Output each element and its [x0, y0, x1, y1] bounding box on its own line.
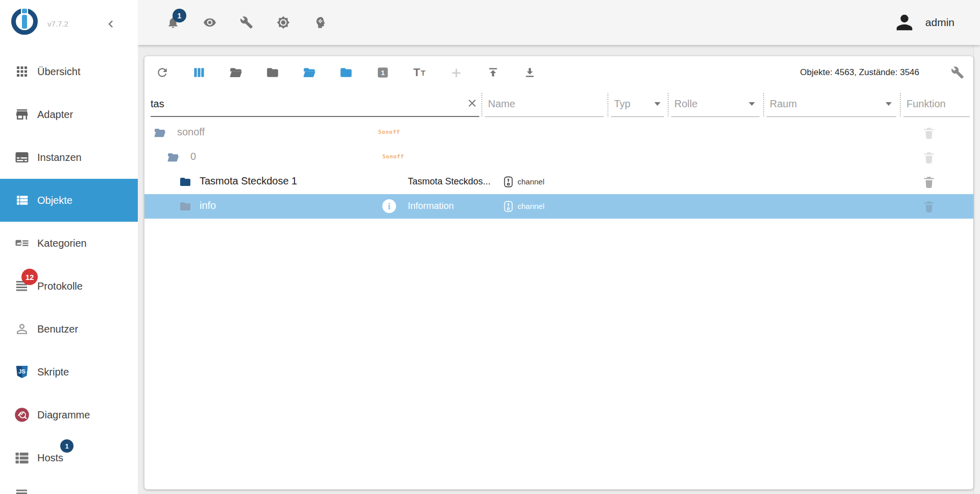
- charts-circle-icon: [14, 407, 30, 422]
- columns-button[interactable]: [192, 66, 206, 79]
- hosts-server-icon: [14, 450, 30, 465]
- avatar: [893, 11, 916, 34]
- app-version: v7.7.2: [47, 19, 68, 28]
- sidebar-item-objekte[interactable]: Objekte: [0, 179, 138, 222]
- tree-row-0[interactable]: 0 Sonoff: [144, 145, 973, 170]
- search-input[interactable]: [151, 95, 457, 112]
- delete-button[interactable]: [922, 151, 936, 164]
- store-icon: [14, 107, 30, 122]
- delete-button[interactable]: [922, 175, 936, 189]
- chevron-down-icon[interactable]: [886, 102, 892, 106]
- channel-icon: [503, 176, 514, 187]
- room-filter-cell[interactable]: Raum: [763, 89, 900, 121]
- folder-open-icon[interactable]: [167, 151, 179, 163]
- expand-one-level-button[interactable]: 1: [376, 66, 389, 79]
- javascript-shield-icon: JS: [14, 364, 30, 380]
- object-type: channel: [518, 202, 545, 210]
- folder-closed-icon[interactable]: [179, 176, 191, 188]
- function-filter-cell[interactable]: Funktion: [900, 89, 973, 121]
- list-icon: [14, 193, 30, 208]
- name-filter-input[interactable]: [488, 95, 595, 112]
- folder-open-blue-button[interactable]: [303, 66, 316, 79]
- delete-button[interactable]: [922, 126, 936, 139]
- sidebar-item-label: Hosts: [37, 452, 63, 464]
- info-icon: i: [382, 199, 396, 213]
- sidebar-item-benutzer[interactable]: Benutzer: [0, 308, 138, 350]
- chevron-down-icon[interactable]: [654, 102, 660, 106]
- user-menu[interactable]: admin: [893, 0, 954, 45]
- svg-text:1: 1: [381, 69, 384, 77]
- folder-open-gray-button[interactable]: [229, 66, 242, 79]
- notifications-badge: 1: [173, 9, 186, 22]
- role-filter-cell[interactable]: Rolle: [668, 89, 763, 121]
- clear-search-button[interactable]: [466, 97, 478, 109]
- top-header: 1 admin: [138, 0, 980, 45]
- protokolle-badge: 12: [21, 269, 38, 285]
- sidebar-item-instanzen[interactable]: Instanzen: [0, 136, 138, 179]
- chevron-down-icon[interactable]: [749, 102, 755, 106]
- sidebar-item-hosts[interactable]: 1 Hosts: [0, 436, 138, 479]
- instances-card-icon: [14, 150, 30, 165]
- sidebar-item-label: Protokolle: [37, 280, 83, 292]
- object-name: Tasmota Steckdos...: [408, 176, 491, 187]
- expert-mode-button[interactable]: [313, 16, 327, 29]
- grid-icon: [14, 64, 30, 79]
- main-content: 1 TT + Objekte: 4563, Zustände: 3546: [138, 45, 980, 494]
- wrench-button[interactable]: [240, 16, 253, 29]
- object-id: info: [200, 200, 216, 211]
- collapse-sidebar-button[interactable]: [104, 17, 118, 31]
- type-filter-cell[interactable]: Typ: [607, 89, 668, 121]
- object-id: 0: [190, 151, 196, 162]
- sidebar: v7.7.2 Übersicht Adapter Instanzen Objek…: [0, 0, 138, 494]
- brightness-button[interactable]: [277, 16, 290, 29]
- sonoff-logo-icon: Sonoff: [378, 129, 400, 135]
- refresh-button[interactable]: [156, 66, 169, 79]
- add-object-button[interactable]: +: [450, 66, 463, 79]
- upload-button[interactable]: [486, 66, 500, 79]
- folder-open-icon[interactable]: [154, 127, 166, 139]
- objects-panel: 1 TT + Objekte: 4563, Zustände: 3546: [144, 56, 973, 489]
- tree-row-info-selected[interactable]: info i Information channel: [144, 194, 973, 219]
- id-filter-cell: [144, 89, 481, 121]
- username: admin: [925, 16, 954, 29]
- sidebar-item-label: Adapter: [37, 109, 73, 121]
- sidebar-item-diagramme[interactable]: Diagramme: [0, 393, 138, 436]
- delete-button[interactable]: [922, 200, 936, 213]
- svg-text:JS: JS: [18, 368, 26, 374]
- text-size-button[interactable]: TT: [413, 66, 426, 79]
- tree-row-tasmota-steckdose-1[interactable]: Tasmota Steckdose 1 Tasmota Steckdos... …: [144, 170, 973, 194]
- sidebar-item-label: Benutzer: [37, 323, 78, 335]
- sidebar-item-partial-icon[interactable]: [14, 488, 30, 494]
- brand-area: v7.7.2: [0, 0, 138, 46]
- folder-closed-gray-button[interactable]: [266, 66, 279, 79]
- folder-closed-blue-button[interactable]: [339, 66, 353, 79]
- object-type: channel: [518, 177, 545, 186]
- hosts-badge: 1: [60, 439, 74, 453]
- object-id: Tasmota Steckdose 1: [200, 175, 297, 187]
- role-filter-value: Rolle: [674, 98, 698, 110]
- categories-icon: [14, 236, 30, 251]
- notifications-button[interactable]: 1: [166, 16, 180, 29]
- objects-stats: Objekte: 4563, Zustände: 3546: [800, 67, 919, 78]
- sidebar-item-label: Übersicht: [37, 66, 80, 78]
- sidebar-item-skripte[interactable]: JS Skripte: [0, 350, 138, 393]
- object-id: sonoff: [177, 126, 205, 138]
- scrollbar-track[interactable]: [973, 45, 980, 494]
- sidebar-item-kategorien[interactable]: Kategorien: [0, 222, 138, 265]
- sidebar-item-uebersicht[interactable]: Übersicht: [0, 50, 138, 93]
- sidebar-item-label: Objekte: [37, 195, 72, 206]
- sidebar-item-label: Skripte: [37, 366, 69, 378]
- eye-button[interactable]: [203, 16, 216, 29]
- folder-closed-icon[interactable]: [179, 200, 191, 213]
- sidebar-item-protokolle[interactable]: 12 Protokolle: [0, 265, 138, 308]
- sidebar-item-adapter[interactable]: Adapter: [0, 93, 138, 136]
- tree-row-sonoff[interactable]: sonoff Sonoff: [144, 121, 973, 145]
- objects-toolbar: 1 TT + Objekte: 4563, Zustände: 3546: [144, 56, 973, 89]
- type-filter-value: Typ: [614, 98, 630, 110]
- download-button[interactable]: [523, 66, 536, 79]
- sidebar-item-label: Diagramme: [37, 409, 90, 421]
- iobroker-logo-icon: [11, 8, 38, 35]
- name-filter-cell: [481, 89, 607, 121]
- columns-settings-button[interactable]: [951, 66, 964, 79]
- header-icons: 1: [166, 0, 327, 45]
